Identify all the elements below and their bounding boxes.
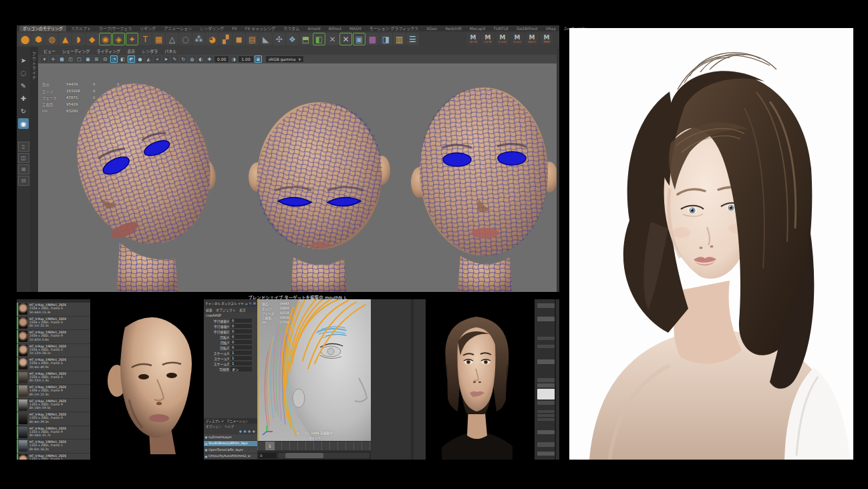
attribute-value-field[interactable]: 0 xyxy=(231,340,252,344)
colorspace-dropdown[interactable]: sRGB gamma ▼ xyxy=(266,56,304,62)
strip-swatch[interactable] xyxy=(537,414,555,417)
new-layer-icon[interactable]: ✚ xyxy=(239,430,243,434)
render-history-item[interactable]: HT_V-Ray_1909e1_2020 2334 x 2001, frame … xyxy=(17,330,90,344)
render-history-item[interactable]: HT_V-Ray_1909e1_2020 2334 x 2001, frame … xyxy=(17,317,90,331)
render-history-item[interactable]: HT_V-Ray_1909e1_2020 2334 x 2001, frame … xyxy=(17,371,90,385)
shelf-tab[interactable]: MASH xyxy=(346,26,365,31)
shelf-tab[interactable]: FX キャッシング xyxy=(242,25,279,31)
strip-swatch[interactable] xyxy=(537,359,555,364)
viewport-menu-item[interactable]: ライティング xyxy=(97,48,121,54)
channel-tool-icon[interactable]: ✎ xyxy=(249,301,252,305)
render-history-item[interactable]: HT_V-Ray_1909e1_2020 2334 x 2001, frame … xyxy=(17,344,90,358)
attribute-value-field[interactable]: 0 xyxy=(231,345,252,349)
attribute-value-field[interactable]: 1 xyxy=(231,361,252,365)
layout-button[interactable]: ◫ xyxy=(18,153,29,163)
viewport-toggle-icon[interactable]: ▦ xyxy=(58,55,65,63)
strip-swatch[interactable] xyxy=(537,442,555,447)
shelf-tab[interactable]: カーブ/サーフェス xyxy=(96,25,135,31)
render-history-item[interactable]: HT_V-Ray_1909e1_2020 2334 x 2001, frame … xyxy=(17,357,90,371)
shelf-tab[interactable]: Redshift xyxy=(442,26,464,31)
channel-menu-item[interactable]: 表示 xyxy=(239,307,246,312)
outliner-collapsed-tab[interactable]: アウトライナ xyxy=(30,47,38,292)
viewport-menu-item[interactable]: パネル xyxy=(164,48,176,54)
strip-swatch[interactable] xyxy=(537,303,555,308)
render-history-item[interactable]: HT_V-Ray_1909e1_2020 1333 x 2001, frame … xyxy=(17,426,90,440)
layer-editor-menu-item[interactable]: ヘルプ xyxy=(225,424,234,428)
attribute-value-field[interactable]: 0 xyxy=(231,324,252,328)
attribute-value-field[interactable]: 0 xyxy=(231,319,252,323)
new-layer-icon[interactable]: ✚ xyxy=(243,430,247,434)
shelf-tool-icon[interactable]: ▲ xyxy=(59,33,71,45)
layer-visibility-icon[interactable]: ◉ xyxy=(204,454,208,458)
shelf-tool-icon[interactable]: ✕ xyxy=(326,33,339,45)
strip-swatch[interactable] xyxy=(537,452,555,456)
viewport-toggle-icon[interactable]: ▣ xyxy=(84,55,92,63)
zoo-tool-icon[interactable]: M Ver-M xyxy=(466,33,480,45)
viewport-menu-item[interactable]: ビュー xyxy=(43,48,55,54)
zoo-tool-icon[interactable]: M 9-avV xyxy=(511,33,524,45)
frame-number-field[interactable]: 0 xyxy=(259,453,276,458)
display-layer-row[interactable]: ◉ UntouchyAutoAlltimes2_w xyxy=(204,454,257,460)
shelf-tool-icon[interactable]: ❖ xyxy=(286,33,299,45)
shelf-tool-icon[interactable]: ◉ xyxy=(99,33,112,45)
layer-editor-tab[interactable]: アニメーション xyxy=(227,419,248,423)
shelf-tab[interactable]: Arnold xyxy=(304,26,323,31)
shelf-tool-icon[interactable]: ✦ xyxy=(126,33,138,45)
shelf-tool-icon[interactable]: ⬒ xyxy=(299,33,312,45)
render-history-item[interactable]: HT_V-Ray_1909e1_2020 1333 x 2001, frame … xyxy=(17,412,90,426)
strip-swatch[interactable] xyxy=(537,401,555,405)
layout-button[interactable]: ▯ xyxy=(18,142,29,152)
range-slider-handle[interactable] xyxy=(285,453,324,458)
shelf-tab[interactable]: ポリゴンのモデリング xyxy=(19,25,66,31)
tool-icon[interactable]: ◌ xyxy=(18,67,29,78)
strip-swatch[interactable] xyxy=(537,383,555,387)
viewport-toggle-icon[interactable]: ⊞ xyxy=(93,55,100,63)
shelf-tool-icon[interactable]: ◨ xyxy=(380,33,392,45)
viewport-toggle-icon[interactable]: ◩ xyxy=(128,55,135,63)
layer-visibility-icon[interactable]: ◉ xyxy=(204,442,208,446)
viewport-toggle-icon[interactable]: □ xyxy=(76,55,83,63)
display-layer-row[interactable]: ◉ StudioBeautyWhite_laye xyxy=(204,441,257,448)
strip-swatch[interactable] xyxy=(537,345,555,348)
strip-swatch[interactable] xyxy=(537,418,555,421)
shelf-tool-icon[interactable]: ✣ xyxy=(273,33,285,45)
shelf-tool-icon[interactable]: ▣ xyxy=(353,33,366,45)
shelf-tab[interactable]: アニメーション xyxy=(160,25,195,31)
strip-swatch[interactable] xyxy=(537,389,555,399)
channel-box-tab[interactable]: チャンネル ボックス/レイヤ エディタ ▴✎⊞ xyxy=(204,299,257,307)
layer-editor-tab[interactable]: ディスプレイ xyxy=(206,419,224,423)
viewport-toggle-icon[interactable]: ↻ xyxy=(180,55,187,63)
viewport-toggle-icon[interactable]: ◐ xyxy=(197,55,204,63)
zoo-tool-icon[interactable]: M 9Ad-C xyxy=(525,33,539,45)
selected-node-name[interactable]: cowAASP xyxy=(204,313,257,318)
viewport-toggle-icon[interactable]: ➤ xyxy=(162,55,170,63)
strip-swatch[interactable] xyxy=(537,430,555,434)
attribute-value-field[interactable]: 0 xyxy=(231,335,252,339)
shelf-tab[interactable]: リギング xyxy=(136,25,159,31)
render-history-item[interactable]: HT_V-Ray_1909e1_2020 1333 x 2001, frame … xyxy=(17,454,90,460)
render-history-item[interactable]: HT_V-Ray_1909e1_2020 1334 x 2001, frame … xyxy=(17,385,90,399)
display-layer-row[interactable]: ◉ OpenTorsoCaffe_layer xyxy=(204,447,257,454)
current-frame-marker[interactable]: 1 xyxy=(265,442,275,450)
viewport-toggle-icon[interactable]: ◔ xyxy=(110,55,118,63)
new-layer-icon[interactable]: ✚ xyxy=(252,430,255,434)
tool-icon[interactable]: ✎ xyxy=(18,80,29,91)
viewport-toggle-icon[interactable]: ✛ xyxy=(49,55,57,63)
shelf-tab[interactable]: TURTLE xyxy=(490,26,513,31)
viewport-toggle-icon[interactable]: ⊟ xyxy=(102,55,109,63)
strip-swatch[interactable] xyxy=(537,317,555,321)
layer-visibility-icon[interactable]: ◉ xyxy=(204,435,208,439)
shelf-tab[interactable]: MocapX xyxy=(466,26,489,31)
viewport-menu-item[interactable]: 表示 xyxy=(127,48,135,54)
shelf-tab[interactable]: カスタム xyxy=(280,25,303,31)
shelf-tab[interactable]: Bifrost xyxy=(325,26,345,31)
shelf-tab[interactable]: モーション グラフィックス xyxy=(366,25,422,31)
shelf-tool-icon[interactable]: △ xyxy=(166,33,178,45)
display-layer-row[interactable]: ◉ eyDreamLayer xyxy=(204,434,257,441)
shelf-tab[interactable]: レンダリング xyxy=(196,25,227,31)
range-slider-track[interactable] xyxy=(278,453,370,458)
viewport-toggle-icon[interactable]: ▾ xyxy=(41,55,48,63)
shelf-tool-icon[interactable]: ▩ xyxy=(366,33,379,45)
shelf-tool-icon[interactable]: ◕ xyxy=(206,33,219,45)
tool-icon[interactable]: ✚ xyxy=(18,93,29,104)
